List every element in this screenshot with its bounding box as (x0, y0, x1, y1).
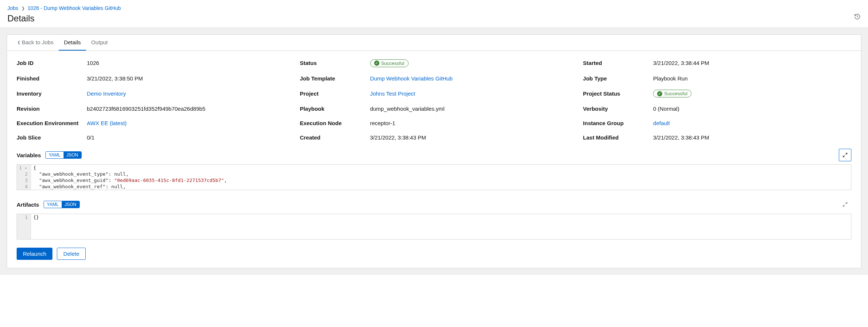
exec-env-link[interactable]: AWX EE (latest) (87, 120, 127, 126)
expand-icon (843, 152, 848, 158)
field-job-id: Job ID 1026 (17, 59, 285, 67)
variables-yaml-button[interactable]: YAML (46, 152, 64, 158)
artifacts-expand-button[interactable] (839, 198, 851, 211)
check-circle-icon: ✓ (657, 91, 662, 96)
status-badge: ✓ Successful (370, 59, 409, 67)
field-job-slice: Job Slice 0/1 (17, 134, 285, 141)
page-body: ❮Back to Jobs Details Output Job ID 1026… (0, 28, 868, 275)
variables-expand-button[interactable] (839, 149, 851, 161)
relaunch-button[interactable]: Relaunch (17, 248, 52, 260)
field-last-modified: Last Modified 3/21/2022, 3:38:43 PM (583, 134, 851, 141)
field-exec-node: Execution Node receptor-1 (300, 120, 568, 126)
field-created: Created 3/21/2022, 3:38:43 PM (300, 134, 568, 141)
field-status: Status ✓ Successful (300, 59, 568, 67)
breadcrumb-current[interactable]: 1026 - Dump Webhook Variables GitHub (28, 5, 121, 11)
field-project-status: Project Status ✓ Successful (583, 90, 851, 98)
variables-label: Variables (17, 152, 41, 158)
tab-back-to-jobs[interactable]: ❮Back to Jobs (12, 35, 59, 51)
svg-line-2 (845, 203, 847, 204)
project-status-badge: ✓ Successful (653, 90, 691, 97)
artifacts-header: Artifacts YAML JSON (17, 198, 851, 211)
history-icon[interactable] (854, 13, 861, 21)
details-grid: Job ID 1026 Status ✓ Successful Started … (17, 59, 851, 141)
action-buttons: Relaunch Delete (17, 248, 851, 260)
variables-editor[interactable]: 1 ▾{ 2 "awx_webhook_event_type": null, 3… (17, 164, 851, 190)
variables-header: Variables YAML JSON (17, 149, 851, 161)
breadcrumb-root[interactable]: Jobs (7, 5, 18, 11)
field-inventory: Inventory Demo Inventory (17, 90, 285, 98)
expand-icon (843, 202, 848, 207)
tabs: ❮Back to Jobs Details Output (7, 35, 861, 51)
field-job-template: Job Template Dump Webhook Variables GitH… (300, 75, 568, 82)
details-card: ❮Back to Jobs Details Output Job ID 1026… (7, 34, 861, 268)
job-template-link[interactable]: Dump Webhook Variables GitHub (370, 75, 453, 82)
artifacts-editor[interactable]: 1{} (17, 214, 851, 240)
tab-details[interactable]: Details (59, 35, 86, 51)
variables-json-button[interactable]: JSON (64, 152, 81, 158)
check-circle-icon: ✓ (374, 61, 379, 66)
field-verbosity: Verbosity 0 (Normal) (583, 106, 851, 112)
artifacts-format-toggle: YAML JSON (44, 201, 80, 208)
breadcrumb: Jobs ❯ 1026 - Dump Webhook Variables Git… (7, 5, 861, 11)
field-finished: Finished 3/21/2022, 3:38:50 PM (17, 75, 285, 82)
project-link[interactable]: Johns Test Project (370, 90, 415, 97)
chevron-left-icon: ❮ (17, 40, 20, 44)
delete-button[interactable]: Delete (57, 248, 85, 260)
field-instance-group: Instance Group default (583, 120, 851, 126)
field-playbook: Playbook dump_webhook_variables.yml (300, 106, 568, 112)
variables-format-toggle: YAML JSON (45, 151, 82, 159)
instance-group-link[interactable]: default (653, 120, 670, 126)
artifacts-yaml-button[interactable]: YAML (44, 201, 62, 208)
artifacts-json-button[interactable]: JSON (62, 201, 79, 208)
svg-line-3 (843, 205, 845, 206)
field-job-type: Job Type Playbook Run (583, 75, 851, 82)
inventory-link[interactable]: Demo Inventory (87, 90, 126, 97)
page-header: Jobs ❯ 1026 - Dump Webhook Variables Git… (0, 0, 868, 28)
field-exec-env: Execution Environment AWX EE (latest) (17, 120, 285, 126)
tab-output[interactable]: Output (86, 35, 113, 51)
details-body: Job ID 1026 Status ✓ Successful Started … (7, 51, 861, 268)
field-started: Started 3/21/2022, 3:38:44 PM (583, 59, 851, 67)
svg-line-1 (843, 155, 845, 157)
field-revision: Revision b2402723f6816903251fd352f949b70… (17, 106, 285, 112)
svg-line-0 (845, 153, 847, 155)
artifacts-label: Artifacts (17, 202, 39, 208)
chevron-right-icon: ❯ (21, 6, 25, 11)
page-title: Details (7, 13, 861, 24)
field-project: Project Johns Test Project (300, 90, 568, 98)
